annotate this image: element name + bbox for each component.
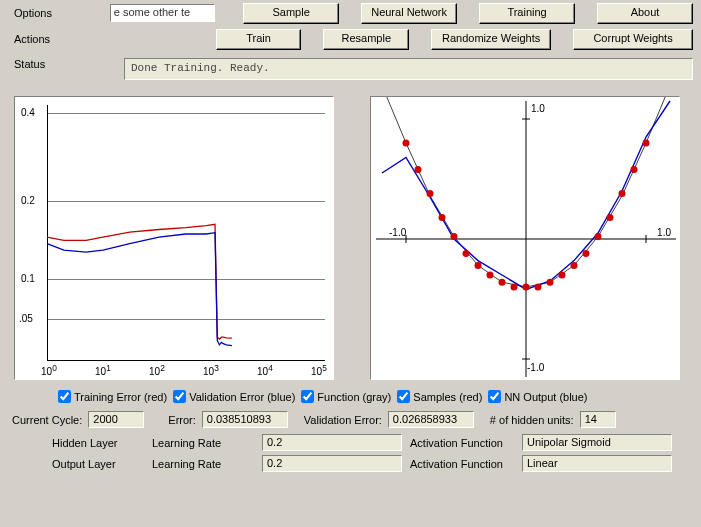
svg-point-20: [595, 233, 602, 240]
tab-neural-network[interactable]: Neural Network: [361, 3, 457, 24]
output-lr-value[interactable]: 0.2: [262, 455, 402, 472]
learning-rate-label: Learning Rate: [152, 437, 262, 449]
check-label: Function (gray): [317, 391, 391, 403]
tab-sample[interactable]: Sample: [243, 3, 339, 24]
current-cycle-label: Current Cycle:: [12, 414, 82, 426]
options-label: Options: [14, 7, 110, 19]
svg-point-21: [607, 214, 614, 221]
tab-training[interactable]: Training: [479, 3, 575, 24]
svg-point-24: [643, 140, 650, 147]
activation-function-label: Activation Function: [402, 437, 522, 449]
svg-point-8: [451, 233, 458, 240]
check-validation-error[interactable]: Validation Error (blue): [173, 390, 295, 403]
xtick: 1.0: [657, 227, 671, 238]
svg-point-7: [439, 214, 446, 221]
status-text: Done Training. Ready.: [124, 58, 693, 80]
function-chart: -1.0 1.0 1.0 -1.0: [370, 96, 680, 380]
svg-point-11: [487, 272, 494, 279]
function-chart-svg: [371, 97, 681, 381]
check-samples[interactable]: Samples (red): [397, 390, 482, 403]
svg-point-13: [511, 284, 518, 291]
resample-button[interactable]: Resample: [323, 29, 409, 50]
randomize-weights-button[interactable]: Randomize Weights: [431, 29, 551, 50]
activation-function-label: Activation Function: [402, 458, 522, 470]
svg-point-4: [403, 140, 410, 147]
hidden-layer-label: Hidden Layer: [52, 437, 152, 449]
corrupt-weights-button[interactable]: Corrupt Weights: [573, 29, 693, 50]
hidden-activation-value[interactable]: Unipolar Sigmoid: [522, 434, 672, 451]
train-button[interactable]: Train: [216, 29, 302, 50]
svg-point-5: [415, 166, 422, 173]
output-activation-value[interactable]: Linear: [522, 455, 672, 472]
svg-point-9: [463, 250, 470, 257]
xtick: -1.0: [389, 227, 406, 238]
tab-about[interactable]: About: [597, 3, 693, 24]
svg-point-19: [583, 250, 590, 257]
svg-point-15: [535, 284, 542, 291]
svg-point-17: [559, 272, 566, 279]
svg-point-16: [547, 279, 554, 286]
ytick: 1.0: [531, 103, 545, 114]
check-label: Training Error (red): [74, 391, 167, 403]
ytick: -1.0: [527, 362, 544, 373]
check-label: NN Output (blue): [504, 391, 587, 403]
svg-point-22: [619, 190, 626, 197]
check-function[interactable]: Function (gray): [301, 390, 391, 403]
svg-point-23: [631, 166, 638, 173]
check-nn-output[interactable]: NN Output (blue): [488, 390, 587, 403]
validation-error-value: 0.026858933: [388, 411, 474, 428]
hidden-units-value[interactable]: 14: [580, 411, 616, 428]
status-label: Status: [14, 58, 124, 70]
check-label: Validation Error (blue): [189, 391, 295, 403]
learning-rate-label: Learning Rate: [152, 458, 262, 470]
error-chart-svg: [15, 97, 335, 381]
svg-point-14: [523, 284, 530, 291]
check-label: Samples (red): [413, 391, 482, 403]
svg-point-6: [427, 190, 434, 197]
actions-label: Actions: [14, 33, 108, 45]
output-layer-label: Output Layer: [52, 458, 152, 470]
current-cycle-value[interactable]: 2000: [88, 411, 144, 428]
svg-point-10: [475, 262, 482, 269]
error-value: 0.038510893: [202, 411, 288, 428]
error-label: Error:: [168, 414, 196, 426]
options-text-input[interactable]: e some other te: [110, 4, 215, 22]
error-chart: 0.4 0.2 0.1 .05 100 101 102 103 104 105: [14, 96, 334, 380]
check-training-error[interactable]: Training Error (red): [58, 390, 167, 403]
hidden-lr-value[interactable]: 0.2: [262, 434, 402, 451]
svg-point-12: [499, 279, 506, 286]
validation-error-label: Validation Error:: [304, 414, 382, 426]
hidden-units-label: # of hidden units:: [490, 414, 574, 426]
svg-point-18: [571, 262, 578, 269]
